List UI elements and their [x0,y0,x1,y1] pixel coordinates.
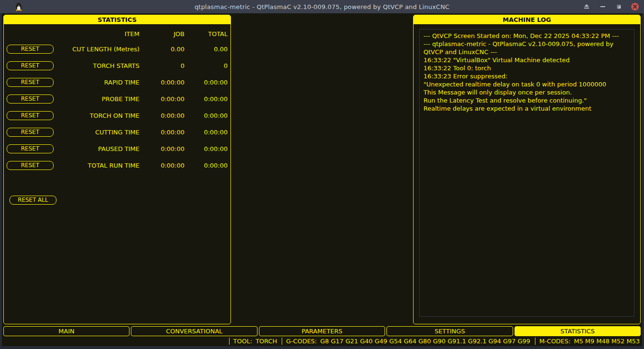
reset-all-button[interactable]: RESET ALL [9,196,56,205]
statistics-panel: STATISTICS ITEM JOB TOTAL RESET [3,15,231,324]
log-line: Realtime delays are expected in a virtua… [423,104,630,113]
stat-item-label: PROBE TIME [54,95,139,103]
mcodes-value: M5 M9 M48 M52 M53 [574,338,640,345]
statistics-row: RESET PAUSED TIME 0:00:00 0:00:00 [7,141,228,157]
reset-all-container: RESET ALL [7,196,228,205]
reset-button[interactable]: RESET [7,45,54,54]
status-separator [229,338,230,345]
machine-log-text[interactable]: --- QtVCP Screen Started on: Mon, Dec 22… [419,29,635,317]
reset-button[interactable]: RESET [7,161,54,170]
stat-job-value: 0:00:00 [139,162,184,169]
column-header-item: ITEM [54,30,139,38]
stat-item-label: TORCH STARTS [54,62,139,69]
tab[interactable]: PARAMETERS [259,326,385,336]
status-separator [535,338,535,345]
machine-log-panel-title: MACHINE LOG [414,15,640,24]
statistics-header-row: ITEM JOB TOTAL [7,27,228,41]
reset-button[interactable]: RESET [7,78,54,87]
log-line: Run the Latency Test and resolve before … [423,96,630,104]
log-line: 16:33:22 "VirtualBox" Virtual Machine de… [423,56,630,64]
stat-job-value: 0:00:00 [139,129,184,136]
main-content: STATISTICS ITEM JOB TOTAL RESET [2,13,642,346]
stat-item-label: RAPID TIME [54,79,139,86]
log-line: "Unexpected realtime delay on task 0 wit… [423,80,630,88]
stat-total-value: 0:00:00 [184,95,228,103]
log-line: This Message will only display once per … [423,88,630,96]
minimize-icon[interactable] [598,2,607,11]
statistics-row: RESET PROBE TIME 0:00:00 0:00:00 [7,91,228,107]
tab[interactable]: SETTINGS [386,326,513,336]
status-bar: TOOL: TORCH G-CODES: G8 G17 G21 G40 G49 … [3,336,641,346]
column-header-total: TOTAL [184,30,228,38]
stat-item-label: TORCH ON TIME [54,112,139,119]
statistics-row: RESET TORCH STARTS 0 0 [7,57,228,74]
stat-total-value: 0.00 [184,46,228,53]
log-line: 16:33:22 Tool 0: torch [423,64,630,72]
stat-total-value: 0:00:00 [184,112,228,119]
reset-button[interactable]: RESET [7,144,54,153]
stat-total-value: 0:00:00 [184,79,228,86]
stat-job-value: 0.00 [139,46,184,53]
machine-log-panel: MACHINE LOG --- QtVCP Screen Started on:… [413,15,641,324]
tab[interactable]: CONVERSATIONAL [131,326,257,336]
app-window: qtplasmac-metric - QtPlasmaC v2.10-009.0… [0,0,644,349]
log-line: 16:33:23 Error suppressed: [423,72,630,80]
gcodes-value: G8 G17 G21 G40 G49 G54 G64 G80 G90 G91.1… [320,338,530,345]
reset-button[interactable]: RESET [7,111,54,120]
tool-label: TOOL: [233,338,252,345]
stat-job-value: 0:00:00 [139,95,184,103]
tab[interactable]: MAIN [3,326,129,336]
mcodes-label: M-CODES: [539,338,570,345]
statistics-table: ITEM JOB TOTAL RESET CUT LENGTH (Metres)… [4,24,230,205]
tab[interactable]: STATISTICS [515,326,641,336]
column-header-job: JOB [139,30,184,38]
window-controls [582,0,639,13]
stat-job-value: 0:00:00 [139,112,184,119]
stat-item-label: PAUSED TIME [54,145,139,152]
maximize-restore-icon[interactable] [615,2,623,11]
statistics-row: RESET CUTTING TIME 0:00:00 0:00:00 [7,124,228,141]
stat-job-value: 0 [139,62,184,69]
statistics-row: RESET TORCH ON TIME 0:00:00 0:00:00 [7,107,228,124]
statistics-row: RESET CUT LENGTH (Metres) 0.00 0.00 [7,41,228,57]
stat-item-label: CUTTING TIME [54,129,139,136]
close-icon[interactable] [631,2,639,11]
stat-total-value: 0:00:00 [184,129,228,136]
reset-button[interactable]: RESET [7,94,54,104]
stat-total-value: 0:00:00 [184,145,228,152]
stat-job-value: 0:00:00 [139,79,184,86]
gcodes-label: G-CODES: [286,338,317,345]
stat-item-label: CUT LENGTH (Metres) [54,46,139,53]
statistics-rows: RESET CUT LENGTH (Metres) 0.00 0.00 RESE… [7,41,228,174]
shade-eject-icon[interactable] [582,2,591,11]
stat-total-value: 0:00:00 [184,162,228,169]
statistics-panel-title: STATISTICS [4,15,230,24]
stat-total-value: 0 [184,62,228,69]
statistics-row: RESET RAPID TIME 0:00:00 0:00:00 [7,74,228,91]
stat-item-label: TOTAL RUN TIME [54,162,139,169]
status-separator [282,338,282,345]
reset-button[interactable]: RESET [7,61,54,70]
tool-value: TORCH [256,338,277,345]
window-title: qtplasmac-metric - QtPlasmaC v2.10-009.0… [0,3,644,10]
reset-button[interactable]: RESET [7,128,54,137]
titlebar[interactable]: qtplasmac-metric - QtPlasmaC v2.10-009.0… [0,0,644,13]
log-line: --- QtVCP Screen Started on: Mon, Dec 22… [423,32,630,40]
log-line: --- qtplasmac-metric - QtPlasmaC v2.10-0… [423,40,630,56]
statistics-row: RESET TOTAL RUN TIME 0:00:00 0:00:00 [7,157,228,174]
tab-bar: MAIN CONVERSATIONAL PARAMETERS SETTINGS … [3,326,641,336]
stat-job-value: 0:00:00 [139,145,184,152]
